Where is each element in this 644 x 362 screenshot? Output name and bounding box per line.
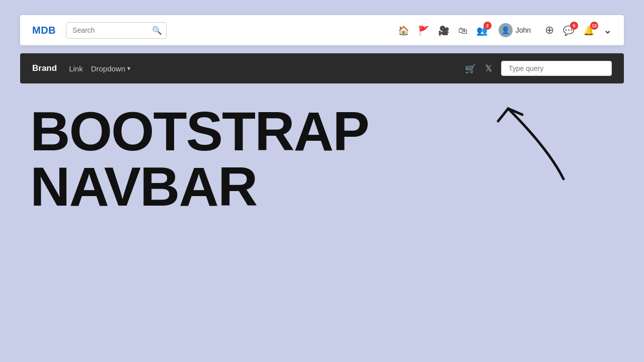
video-icon[interactable] xyxy=(438,25,449,36)
dark-right-section: 𝕏 xyxy=(465,61,612,76)
arrow-annotation xyxy=(483,94,584,194)
navbar-top: MDB 🔍 2 👤 John ⊕ xyxy=(20,15,624,45)
brand-label[interactable]: Brand xyxy=(32,63,57,73)
main-content: BOOTSTRAP NAVBAR xyxy=(0,83,644,234)
nav-dropdown[interactable]: Dropdown ▾ xyxy=(91,64,130,73)
bag-icon[interactable] xyxy=(458,25,467,36)
users-icon[interactable]: 2 xyxy=(476,25,488,36)
home-icon[interactable] xyxy=(398,25,409,36)
search-button[interactable]: 🔍 xyxy=(147,23,167,38)
mdb-logo[interactable]: MDB xyxy=(32,25,56,36)
right-icons: ⊕ 6 12 ⌄ xyxy=(545,24,612,37)
navbar-dark: Brand Link Dropdown ▾ 𝕏 xyxy=(20,53,624,83)
plus-icon[interactable]: ⊕ xyxy=(545,24,554,37)
bell-badge: 12 xyxy=(590,22,598,30)
twitter-icon[interactable]: 𝕏 xyxy=(485,63,492,74)
chevron-down-icon[interactable]: ⌄ xyxy=(603,24,612,36)
cart-icon[interactable] xyxy=(465,63,476,74)
chat-badge: 6 xyxy=(570,22,578,30)
nav-icons: 2 xyxy=(398,25,488,36)
flag-icon[interactable] xyxy=(418,25,429,36)
user-section[interactable]: 👤 John xyxy=(499,23,531,37)
home-icon-glyph xyxy=(398,25,409,36)
bell-icon[interactable]: 12 xyxy=(583,25,594,36)
bag-icon-glyph xyxy=(458,25,467,36)
avatar: 👤 xyxy=(499,23,513,37)
dropdown-label: Dropdown xyxy=(91,64,125,73)
search-wrapper: 🔍 xyxy=(66,22,167,39)
user-name: John xyxy=(516,26,531,34)
video-icon-glyph xyxy=(438,25,449,36)
nav-link-link[interactable]: Link xyxy=(69,64,83,73)
dropdown-arrow-icon: ▾ xyxy=(127,65,130,72)
query-input[interactable] xyxy=(501,61,612,76)
users-badge: 2 xyxy=(484,22,492,30)
flag-icon-glyph xyxy=(418,25,429,36)
search-input[interactable] xyxy=(66,23,147,37)
chat-icon[interactable]: 6 xyxy=(563,25,574,36)
